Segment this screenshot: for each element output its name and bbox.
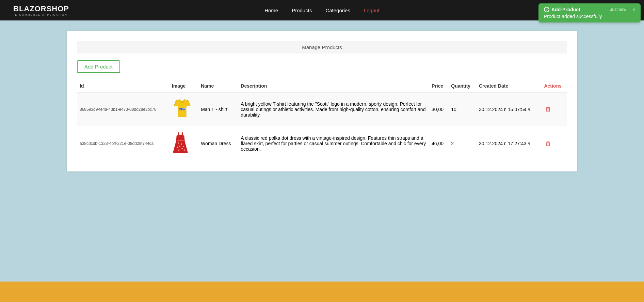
svg-text:SCOTT: SCOTT	[179, 108, 185, 110]
col-id: Id	[77, 80, 169, 92]
svg-point-11	[181, 148, 183, 150]
cell-name: Man T - shirt	[198, 92, 238, 126]
toast-check-icon: ✓	[544, 7, 549, 12]
svg-point-1	[180, 101, 184, 103]
main-nav: Home Products Categories Logout	[264, 7, 380, 13]
table-header-row: Id Image Name Description Price Quantity…	[77, 80, 567, 92]
table-row: 868593d9-fe4a-43b1-e473-08dd28e3bc76 SCO…	[77, 92, 567, 126]
toast-title: Add-Product	[551, 7, 580, 12]
logo: BLAZORSHOP — E-COMMERCE APPLICATION —	[10, 4, 72, 16]
nav-logout[interactable]: Logout	[364, 7, 380, 13]
cell-price: 46,00	[429, 126, 448, 161]
cell-quantity: 2	[448, 126, 476, 161]
table-row: a38cdcdb-1323-4bff-221e-08dd28f744ca Wom…	[77, 126, 567, 161]
toast-header: ✓ Add-Product Just now ×	[544, 7, 635, 12]
cell-id: a38cdcdb-1323-4bff-221e-08dd28f744ca	[77, 126, 169, 161]
col-description: Description	[238, 80, 429, 92]
toast-notification: ✓ Add-Product Just now × Product added s…	[538, 3, 641, 22]
cell-description: A classic red polka dot dress with a vin…	[238, 126, 429, 161]
cell-name: Woman Dress	[198, 126, 238, 161]
svg-point-10	[177, 147, 178, 148]
cell-actions: 🗑	[541, 92, 567, 126]
add-product-button[interactable]: Add Product	[77, 60, 120, 73]
logo-sub: — E-COMMERCE APPLICATION —	[10, 13, 72, 16]
section-title: Manage Products	[77, 41, 567, 54]
nav-categories[interactable]: Categories	[325, 7, 350, 13]
delete-product-button[interactable]: 🗑	[544, 139, 553, 149]
col-quantity: Quantity	[448, 80, 476, 92]
cell-description: A bright yellow T-shirt featuring the "S…	[238, 92, 429, 126]
dress-image	[172, 130, 189, 156]
cell-image	[169, 126, 198, 161]
svg-point-9	[183, 146, 184, 147]
svg-point-6	[178, 142, 179, 144]
tshirt-image: SCOTT	[172, 97, 192, 121]
cell-created-date: 30.12.2024 г. 15:07:54 ч.	[476, 92, 541, 126]
cell-quantity: 10	[448, 92, 476, 126]
trash-icon: 🗑	[545, 106, 551, 112]
cell-created-date: 30.12.2024 г. 17:27:43 ч.	[476, 126, 541, 161]
nav-home[interactable]: Home	[264, 7, 278, 13]
toast-close-button[interactable]: ×	[632, 7, 635, 12]
svg-point-8	[179, 146, 180, 147]
svg-point-13	[183, 149, 185, 151]
delete-product-button[interactable]: 🗑	[544, 104, 553, 114]
trash-icon: 🗑	[545, 140, 551, 147]
products-table: Id Image Name Description Price Quantity…	[77, 80, 567, 161]
cell-actions: 🗑	[541, 126, 567, 161]
toast-title-area: ✓ Add-Product	[544, 7, 580, 12]
logo-text: BLAZORSHOP	[13, 4, 69, 13]
col-price: Price	[429, 80, 448, 92]
col-name: Name	[198, 80, 238, 92]
content-card: Manage Products Add Product Id Image Nam…	[67, 31, 577, 171]
col-created-date: Created Date	[476, 80, 541, 92]
svg-point-7	[181, 144, 182, 145]
toast-time: Just now	[610, 7, 626, 12]
cell-id: 868593d9-fe4a-43b1-e473-08dd28e3bc76	[77, 92, 169, 126]
cell-price: 30,00	[429, 92, 448, 126]
col-image: Image	[169, 80, 198, 92]
toast-message: Product added successfully	[544, 14, 635, 19]
footer-stripe	[0, 282, 644, 302]
main-background: Manage Products Add Product Id Image Nam…	[0, 20, 644, 282]
nav-products[interactable]: Products	[292, 7, 312, 13]
col-actions: Actions	[541, 80, 567, 92]
cell-image: SCOTT	[169, 92, 198, 126]
svg-point-12	[178, 149, 180, 151]
